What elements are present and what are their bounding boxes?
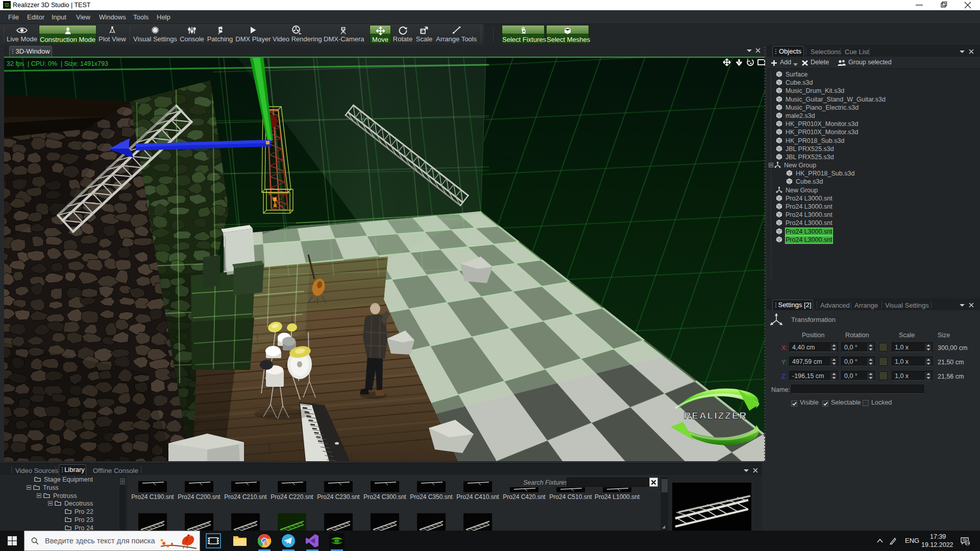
svg-text:24: 24 xyxy=(965,541,969,545)
svg-text:REALIZZER: REALIZZER xyxy=(684,410,748,421)
svg-text:R: R xyxy=(335,539,338,543)
svg-text:32 fps | CPU: 0% | Size: 149: 32 fps | CPU: 0% | Size: 1491x793 xyxy=(7,60,108,67)
